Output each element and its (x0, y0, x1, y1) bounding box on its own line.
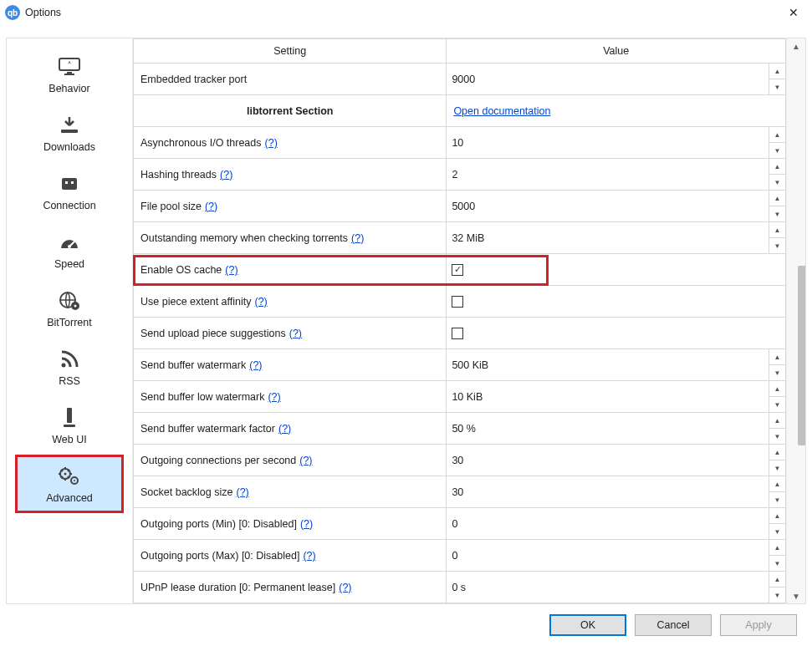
spin-up-icon[interactable]: ▲ (769, 445, 785, 460)
spin-down-icon[interactable]: ▼ (769, 365, 785, 380)
spin-down-icon[interactable]: ▼ (769, 206, 785, 221)
apply-button[interactable]: Apply (720, 614, 797, 636)
aio-threads-input[interactable]: 10▲▼ (447, 127, 785, 158)
file-pool-input[interactable]: 5000▲▼ (447, 191, 785, 221)
scroll-down-icon[interactable]: ▼ (788, 588, 805, 603)
svg-rect-1 (67, 72, 72, 74)
buf-watermark-low-input[interactable]: 10 KiB▲▼ (447, 381, 785, 412)
app-icon: qb (5, 5, 20, 20)
hashing-threads-input[interactable]: 2▲▼ (447, 159, 785, 190)
setting-label: File pool size (140, 201, 202, 212)
help-link[interactable]: (?) (205, 201, 217, 212)
help-link[interactable]: (?) (236, 486, 248, 498)
spin-up-icon[interactable]: ▲ (769, 413, 785, 429)
settings-scroll-area: Setting Value Embedded tracker port 9000… (133, 38, 786, 603)
spin-down-icon[interactable]: ▼ (769, 397, 785, 412)
svg-rect-5 (62, 178, 77, 190)
spin-down-icon[interactable]: ▼ (769, 556, 785, 571)
help-link[interactable]: (?) (339, 582, 351, 593)
open-documentation-link[interactable]: Open documentation (453, 105, 550, 117)
os-cache-checkbox[interactable]: ✓ (452, 264, 463, 276)
spin-up-icon[interactable]: ▲ (769, 540, 785, 556)
help-link[interactable]: (?) (249, 359, 262, 371)
svg-rect-2 (64, 74, 74, 75)
header-setting[interactable]: Setting (134, 39, 447, 64)
spin-down-icon[interactable]: ▼ (769, 460, 785, 476)
port-min-input[interactable]: 0▲▼ (447, 508, 785, 539)
help-link[interactable]: (?) (351, 232, 364, 244)
download-icon (59, 111, 80, 140)
sidebar-item-advanced[interactable]: Advanced (15, 455, 124, 513)
ok-button[interactable]: OK (549, 614, 626, 636)
setting-label: Send upload piece suggestions (140, 328, 286, 339)
svg-point-13 (62, 364, 66, 368)
rss-icon (59, 345, 80, 374)
scroll-up-icon[interactable]: ▲ (788, 38, 805, 53)
row-tracker-port: Embedded tracker port 9000▲▼ (134, 64, 786, 95)
socket-backlog-input[interactable]: 30▲▼ (447, 476, 785, 507)
setting-label: Outgoing ports (Max) [0: Disabled] (140, 550, 299, 562)
spin-up-icon[interactable]: ▲ (769, 508, 785, 524)
help-link[interactable]: (?) (278, 423, 291, 435)
buf-watermark-factor-input[interactable]: 50 %▲▼ (447, 413, 785, 444)
row-piece-affinity: Use piece extent affinity(?) (134, 286, 786, 318)
spin-up-icon[interactable]: ▲ (769, 222, 785, 238)
row-buf-watermark-factor: Send buffer watermark factor(?) 50 %▲▼ (134, 413, 786, 445)
sidebar-item-rss[interactable]: RSS (15, 338, 124, 396)
sidebar-label: Advanced (46, 492, 93, 504)
help-link[interactable]: (?) (299, 455, 312, 466)
settings-table: Setting Value Embedded tracker port 9000… (133, 38, 786, 603)
buf-watermark-input[interactable]: 500 KiB▲▼ (447, 349, 785, 380)
sidebar-item-behavior[interactable]: Behavior (15, 45, 124, 104)
setting-label: Use piece extent affinity (140, 296, 251, 308)
sidebar-item-speed[interactable]: Speed (15, 221, 124, 279)
spin-down-icon[interactable]: ▼ (769, 588, 785, 603)
tracker-port-input[interactable]: 9000▲▼ (447, 64, 785, 94)
help-link[interactable]: (?) (254, 296, 267, 308)
sidebar-item-connection[interactable]: Connection (15, 162, 124, 221)
svg-point-19 (74, 480, 75, 481)
help-link[interactable]: (?) (289, 328, 302, 339)
spin-down-icon[interactable]: ▼ (769, 492, 785, 507)
spin-down-icon[interactable]: ▼ (769, 238, 785, 253)
spin-down-icon[interactable]: ▼ (769, 429, 785, 444)
spin-up-icon[interactable]: ▲ (769, 572, 785, 588)
port-max-input[interactable]: 0▲▼ (447, 540, 785, 571)
spin-down-icon[interactable]: ▼ (769, 175, 785, 190)
spin-up-icon[interactable]: ▲ (769, 127, 785, 143)
sidebar-item-bittorrent[interactable]: BitTorrent (15, 279, 124, 338)
scroll-thumb[interactable] (798, 266, 805, 445)
help-link[interactable]: (?) (220, 169, 232, 181)
spin-up-icon[interactable]: ▲ (769, 191, 785, 206)
spin-up-icon[interactable]: ▲ (769, 381, 785, 397)
spin-up-icon[interactable]: ▲ (769, 349, 785, 365)
spin-up-icon[interactable]: ▲ (769, 64, 785, 79)
help-link[interactable]: (?) (303, 550, 315, 562)
help-link[interactable]: (?) (300, 518, 313, 530)
svg-rect-14 (67, 408, 72, 423)
sidebar-item-downloads[interactable]: Downloads (15, 104, 124, 162)
upnp-input[interactable]: 0 s▲▼ (447, 572, 785, 603)
help-link[interactable]: (?) (265, 137, 278, 149)
sidebar-label: Web UI (52, 434, 86, 445)
header-value[interactable]: Value (447, 39, 786, 64)
section-label: libtorrent Section (134, 95, 446, 126)
close-button[interactable]: ✕ (774, 0, 812, 25)
spin-down-icon[interactable]: ▼ (769, 143, 785, 158)
piece-affinity-checkbox[interactable] (452, 296, 463, 308)
upload-suggestions-checkbox[interactable] (452, 328, 463, 339)
mem-check-input[interactable]: 32 MiB▲▼ (447, 222, 785, 253)
row-file-pool: File pool size(?) 5000▲▼ (134, 191, 786, 222)
help-link[interactable]: (?) (225, 264, 237, 276)
sidebar-item-webui[interactable]: Web UI (15, 396, 124, 455)
help-link[interactable]: (?) (268, 391, 280, 403)
spin-down-icon[interactable]: ▼ (769, 79, 785, 94)
spin-down-icon[interactable]: ▼ (769, 524, 785, 539)
cancel-button[interactable]: Cancel (635, 614, 712, 636)
svg-rect-4 (61, 130, 78, 133)
outgoing-conn-input[interactable]: 30▲▼ (447, 445, 785, 476)
vertical-scrollbar[interactable]: ▲ ▼ (786, 38, 805, 603)
spin-up-icon[interactable]: ▲ (769, 476, 785, 492)
spin-up-icon[interactable]: ▲ (769, 159, 785, 175)
row-port-max: Outgoing ports (Max) [0: Disabled](?) 0▲… (134, 540, 786, 572)
